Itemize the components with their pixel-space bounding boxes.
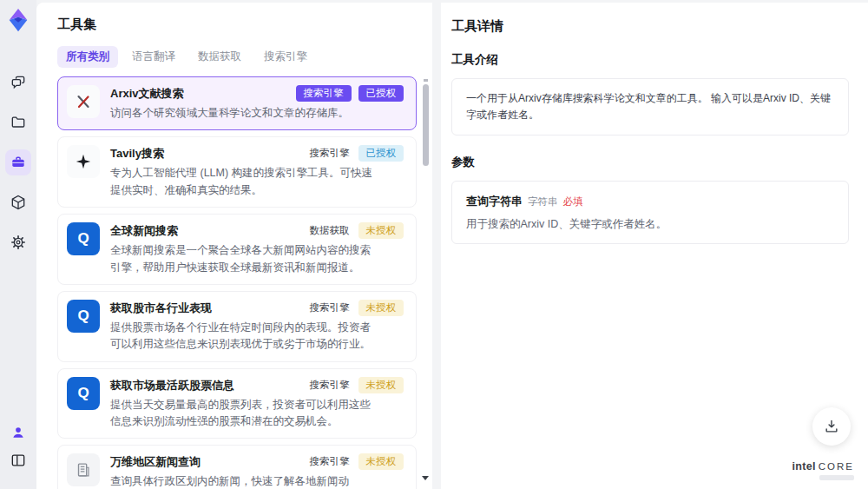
tool-category-badge: 搜索引擎 [296,85,352,102]
param-required-badge: 必填 [563,196,583,207]
chat-icon [10,74,27,91]
tool-category-badge: 数据获取 [308,222,352,239]
tool-description: 访问各个研究领域大量科学论文和文章的存储库。 [110,105,375,122]
tool-card[interactable]: Arxiv文献搜索 搜索引擎 已授权 访问各个研究领域大量科学论文和文章的存储库… [57,76,417,130]
tab-所有类别[interactable]: 所有类别 [57,46,118,68]
folder-icon [10,114,27,131]
tool-description: 全球新闻搜索是一个聚合全球各大新闻网站内容的搜索引擎，帮助用户快速获取全球最新资… [110,242,375,276]
tool-auth-badge: 未授权 [358,300,404,316]
panel-layout-icon [10,452,27,469]
user-icon [10,424,27,441]
param-description: 用于搜索的Arxiv ID、关键字或作者姓名。 [466,217,834,232]
download-icon [823,418,840,435]
qblue-icon: Q [67,222,100,255]
tool-list: Arxiv文献搜索 搜索引擎 已授权 访问各个研究领域大量科学论文和文章的存储库… [57,76,417,489]
tool-auth-badge: 未授权 [358,222,404,239]
scrollbar-up-arrow[interactable] [424,79,428,82]
qblue-icon: Q [67,377,100,410]
arxiv-icon [67,85,100,118]
column-divider [432,0,441,489]
gear-icon [10,234,27,251]
tool-card[interactable]: 万维地区新闻查询 搜索引擎 未授权 查询具体行政区划内的新闻，快速了解各地新闻动 [57,445,417,489]
param-item: 查询字符串字符串必填 用于搜索的Arxiv ID、关键字或作者姓名。 [466,193,834,232]
qblue-icon: Q [67,300,100,333]
tool-description: 专为人工智能代理 (LLM) 构建的搜索引擎工具。可快速提供实时、准确和真实的结… [110,165,375,199]
tool-category-badge: 搜索引擎 [308,300,352,316]
tool-name: 万维地区新闻查询 [110,453,308,470]
tool-card[interactable]: Q 获取股市各行业表现 搜索引擎 未授权 提供股票市场各个行业在特定时间段内的表… [57,291,417,362]
intel-core-logo: intelCORE [792,460,854,480]
left-sidebar [0,0,36,489]
sidebar-item-panel-toggle[interactable] [5,447,31,473]
tool-description: 提供当天交易量最高的股票列表，投资者可以利用这些信息来识别流动性强的股票和潜在的… [110,397,375,431]
download-button[interactable] [812,407,851,446]
tavily-icon [67,145,100,178]
tool-detail-panel: 工具详情 工具介绍 一个用于从Arxiv存储库搜索科学论文和文章的工具。 输入可… [441,3,868,489]
toolbox-icon [10,154,27,171]
tool-name: Arxiv文献搜索 [110,85,296,102]
tool-name: 获取股市各行业表现 [110,300,308,316]
category-tabs: 所有类别 语言翻译 数据获取 搜索引擎 [57,46,417,68]
tool-category-badge: 搜索引擎 [308,377,352,393]
page-title: 工具集 [57,17,417,33]
brand-subline [819,475,854,480]
detail-title: 工具详情 [451,18,849,35]
tool-name: Tavily搜索 [110,145,308,162]
tool-category-badge: 搜索引擎 [308,145,352,162]
tool-list-panel: 工具集 所有类别 语言翻译 数据获取 搜索引擎 Arxiv文献搜索 搜索引擎 已… [36,3,432,489]
cube-icon [10,194,27,211]
tool-auth-badge: 未授权 [358,453,404,470]
tool-auth-badge: 未授权 [358,377,404,393]
tool-description: 提供股票市场各个行业在特定时间段内的表现。投资者可以利用这些信息来识别表现优于或… [110,320,375,354]
params-heading: 参数 [451,155,849,170]
tool-auth-badge: 已授权 [358,85,404,102]
tool-auth-badge: 已授权 [358,145,404,162]
sidebar-item-files[interactable] [5,109,31,135]
params-box: 查询字符串字符串必填 用于搜索的Arxiv ID、关键字或作者姓名。 [451,181,849,244]
tool-description: 查询具体行政区划内的新闻，快速了解各地新闻动 [110,473,375,489]
intro-box: 一个用于从Arxiv存储库搜索科学论文和文章的工具。 输入可以是Arxiv ID… [451,78,849,135]
params-list: 查询字符串字符串必填 用于搜索的Arxiv ID、关键字或作者姓名。 [466,193,834,232]
brand-core-text: CORE [819,461,854,472]
news-icon [67,453,100,486]
list-scrollbar[interactable] [422,79,430,480]
tab-搜索引擎[interactable]: 搜索引擎 [255,46,316,68]
app-logo-icon[interactable] [5,7,31,33]
tab-语言翻译[interactable]: 语言翻译 [123,46,184,68]
sidebar-item-account[interactable] [5,420,31,446]
scrollbar-down-arrow[interactable] [422,476,429,480]
sidebar-item-tools[interactable] [5,149,31,175]
tool-name: 获取市场最活跃股票信息 [110,377,308,393]
tab-数据获取[interactable]: 数据获取 [189,46,250,68]
tool-card[interactable]: Tavily搜索 搜索引擎 已授权 专为人工智能代理 (LLM) 构建的搜索引擎… [57,136,417,208]
tool-name: 全球新闻搜索 [110,222,308,239]
intro-heading: 工具介绍 [451,52,849,68]
sidebar-item-settings[interactable] [5,229,31,255]
brand-intel-text: intel [792,460,816,472]
param-name: 查询字符串 [466,195,523,208]
tool-card[interactable]: Q 获取市场最活跃股票信息 搜索引擎 未授权 提供当天交易量最高的股票列表，投资… [57,368,417,439]
param-type: 字符串 [528,196,558,207]
tool-card[interactable]: Q 全球新闻搜索 数据获取 未授权 全球新闻搜索是一个聚合全球各大新闻网站内容的… [57,214,417,285]
sidebar-item-chat[interactable] [5,69,31,96]
tool-category-badge: 搜索引擎 [308,453,352,470]
sidebar-item-plugins[interactable] [5,189,31,215]
scrollbar-thumb[interactable] [423,84,429,166]
intro-text: 一个用于从Arxiv存储库搜索科学论文和文章的工具。 输入可以是Arxiv ID… [466,90,834,123]
